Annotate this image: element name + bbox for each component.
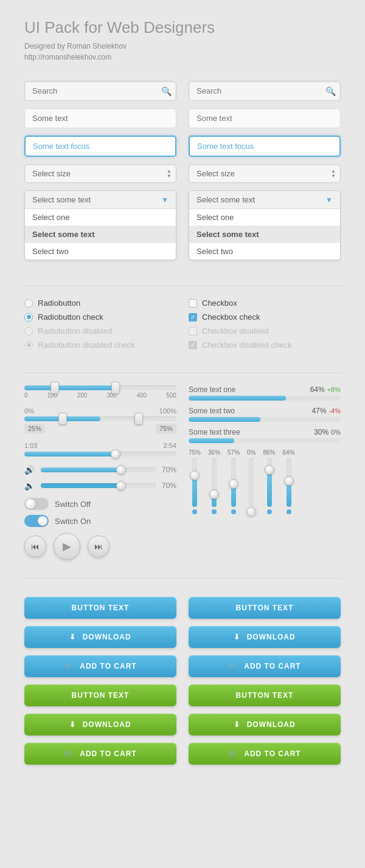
dropdown-item-1-1[interactable]: Select some text bbox=[25, 226, 176, 243]
download-icon-2: ⬇ bbox=[234, 633, 240, 641]
switch-on-label: Switch On bbox=[55, 517, 91, 526]
range-slider: 0 100 200 300 400 500 bbox=[24, 385, 176, 399]
sliders-col: 0 100 200 300 400 500 0% 100% bbox=[24, 385, 176, 560]
checkbox-btn-1: ✓ bbox=[189, 313, 197, 322]
dropdown-list-2: Select some text ▼ Select one Select som… bbox=[189, 190, 341, 260]
btn-green-cart-2[interactable]: 🛒 ADD TO CART bbox=[189, 743, 341, 765]
select-arrows-2: ▲▼ bbox=[331, 169, 336, 179]
dropdown-header-1[interactable]: Select some text ▼ bbox=[25, 191, 176, 209]
cart-icon-4: 🛒 bbox=[228, 749, 238, 758]
switch-on[interactable] bbox=[24, 515, 49, 527]
volume-icon-2: 🔈 bbox=[24, 481, 35, 491]
dropdown-list-1: Select some text ▼ Select one Select som… bbox=[24, 190, 176, 260]
player-controls: ⏮ ▶ ⏭ bbox=[24, 533, 176, 560]
vertical-sliders: 75% 36% 57% bbox=[189, 449, 341, 514]
progress-item-2: Some text three 30% 0% bbox=[189, 428, 341, 443]
switch-off-wrap: Switch Off bbox=[24, 498, 176, 510]
text-input-2[interactable] bbox=[189, 108, 341, 128]
dropdown-item-2-1[interactable]: Select some text bbox=[189, 226, 340, 243]
volume2-wrap: 🔈 70% bbox=[24, 481, 176, 491]
checkbox-item-2: Checkbox disabled bbox=[189, 326, 341, 336]
switch-off[interactable] bbox=[24, 498, 49, 510]
btn-green-text-2[interactable]: BUTTON TEXT bbox=[189, 684, 341, 706]
dropdown-item-1-0[interactable]: Select one bbox=[25, 209, 176, 226]
vslider-2: 57% bbox=[228, 449, 240, 514]
btn-green-download-2[interactable]: ⬇ DOWNLOAD bbox=[189, 714, 341, 735]
player-next-btn[interactable]: ⏭ bbox=[88, 536, 109, 557]
player-play-btn[interactable]: ▶ bbox=[54, 533, 80, 560]
dropdown-item-1-2[interactable]: Select two bbox=[25, 243, 176, 260]
btn-blue-cart-1[interactable]: 🛒 ADD TO CART bbox=[24, 655, 176, 677]
download-icon-4: ⬇ bbox=[234, 720, 240, 729]
checkbox-item-0[interactable]: Checkbox bbox=[189, 298, 341, 308]
progress-item-1: Some text two 47% -4% bbox=[189, 407, 341, 422]
radio-col: Radiobutton Radiobutton check Radiobutto… bbox=[24, 298, 176, 354]
switch-off-label: Switch Off bbox=[55, 500, 91, 509]
vol-pct-1: 70% bbox=[162, 466, 176, 474]
btn-green-cart-1[interactable]: 🛒 ADD TO CART bbox=[24, 743, 176, 765]
cart-icon-3: 🛒 bbox=[64, 749, 74, 758]
checkbox-item-1[interactable]: ✓ Checkbox check bbox=[189, 312, 341, 322]
checkbox-btn-0 bbox=[189, 299, 197, 308]
search-input-1[interactable] bbox=[24, 81, 176, 101]
radio-btn-1 bbox=[24, 313, 33, 322]
text-focus-1[interactable] bbox=[24, 136, 176, 157]
btn-row-green-download: ⬇ DOWNLOAD ⬇ DOWNLOAD bbox=[24, 714, 341, 735]
radio-item-0[interactable]: Radiobutton bbox=[24, 298, 176, 308]
checkbox-btn-2 bbox=[189, 327, 197, 336]
progress-item-0: Some text one 64% +8% bbox=[189, 385, 341, 401]
cart-icon-1: 🛒 bbox=[64, 662, 74, 670]
volume-icon-1: 🔊 bbox=[24, 465, 35, 475]
btn-green-text-1[interactable]: BUTTON TEXT bbox=[24, 684, 176, 706]
col1: 🔍 Select size ▲▼ Select some text ▼ bbox=[24, 81, 176, 267]
text-focus-2[interactable] bbox=[189, 136, 341, 157]
radio-item-3: Radiobutton disabled check bbox=[24, 340, 176, 350]
range-high-label: 75% bbox=[156, 424, 176, 433]
switch-on-knob bbox=[38, 516, 47, 526]
select-size-2: Select size ▲▼ bbox=[189, 164, 341, 183]
text-input-1[interactable] bbox=[24, 108, 176, 128]
cart-icon-2: 🛒 bbox=[228, 662, 238, 670]
vslider-5: 64% bbox=[283, 449, 295, 514]
subtitle-line2: http://romanshelekhov.com bbox=[24, 52, 341, 63]
time-start: 1:03 bbox=[24, 442, 37, 449]
dropdown-header-2[interactable]: Select some text ▼ bbox=[189, 191, 340, 209]
vslider-4: 86% bbox=[263, 449, 276, 514]
vslider-3: 0% bbox=[247, 449, 255, 514]
download-icon-3: ⬇ bbox=[69, 720, 76, 729]
btn-blue-text-1[interactable]: BUTTON TEXT bbox=[24, 597, 176, 619]
radio-item-2: Radiobutton disabled bbox=[24, 326, 176, 336]
vol-pct-2: 70% bbox=[162, 481, 176, 490]
vslider-0: 75% bbox=[189, 449, 201, 514]
dual-range-slider: 0% 100% 25% 75% bbox=[24, 407, 176, 433]
search-input-wrap-1: 🔍 bbox=[24, 81, 176, 101]
btn-blue-cart-2[interactable]: 🛒 ADD TO CART bbox=[189, 655, 341, 677]
select-size-1: Select size ▲▼ bbox=[24, 164, 176, 183]
radio-btn-0 bbox=[24, 299, 33, 308]
btn-green-download-1[interactable]: ⬇ DOWNLOAD bbox=[24, 714, 176, 735]
switch-on-wrap: Switch On bbox=[24, 515, 176, 527]
search-input-wrap-2: 🔍 bbox=[189, 81, 341, 101]
vslider-1: 36% bbox=[208, 449, 220, 514]
range-low-label: 25% bbox=[24, 424, 45, 433]
col2: 🔍 Select size ▲▼ Select some text ▼ bbox=[189, 81, 341, 267]
progress-col: Some text one 64% +8% Some text two 47% … bbox=[189, 385, 341, 560]
progress-section: Some text one 64% +8% Some text two 47% … bbox=[189, 385, 341, 443]
dropdown-item-2-2[interactable]: Select two bbox=[189, 243, 340, 260]
checkbox-item-3: ✓ Checkbox disabled check bbox=[189, 340, 341, 350]
checkbox-col: Checkbox ✓ Checkbox check Checkbox disab… bbox=[189, 298, 341, 354]
volume1-wrap: 🔊 70% bbox=[24, 465, 176, 475]
select-arrows-1: ▲▼ bbox=[167, 169, 172, 179]
dropdown-arrow-2: ▼ bbox=[325, 196, 333, 204]
btn-blue-download-1[interactable]: ⬇ DOWNLOAD bbox=[24, 626, 176, 648]
radio-item-1[interactable]: Radiobutton check bbox=[24, 312, 176, 322]
btn-blue-download-2[interactable]: ⬇ DOWNLOAD bbox=[189, 626, 341, 648]
search-input-2[interactable] bbox=[189, 81, 341, 101]
page-title: UI Pack for Web Designers bbox=[24, 18, 341, 37]
player-prev-btn[interactable]: ⏮ bbox=[24, 536, 46, 557]
btn-blue-text-2[interactable]: BUTTON TEXT bbox=[189, 597, 341, 619]
dropdown-item-2-0[interactable]: Select one bbox=[189, 209, 340, 226]
radio-btn-2 bbox=[24, 327, 33, 336]
dropdown-arrow-1: ▼ bbox=[161, 196, 169, 204]
btn-row-green-cart: 🛒 ADD TO CART 🛒 ADD TO CART bbox=[24, 743, 341, 765]
